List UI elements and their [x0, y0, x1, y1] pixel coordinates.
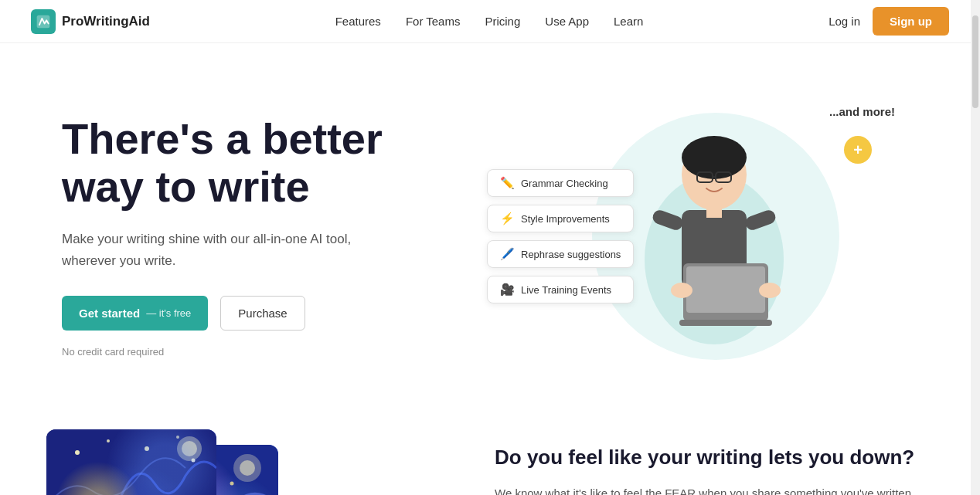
- nav-learn[interactable]: Learn: [614, 15, 643, 28]
- logo-text: ProWritingAid: [62, 14, 150, 29]
- section2-title: Do you feel like your writing lets you d…: [495, 445, 918, 471]
- svg-point-17: [75, 450, 80, 455]
- logo-link[interactable]: ProWritingAid: [31, 9, 150, 34]
- nav-actions: Log in Sign up: [829, 7, 949, 36]
- svg-point-21: [192, 459, 196, 463]
- pill-rephrase: 🖊️ Rephrase suggestions: [487, 240, 634, 268]
- purchase-button[interactable]: Purchase: [220, 296, 305, 331]
- image-cards: My idea in my head: [46, 429, 317, 495]
- svg-rect-12: [686, 266, 765, 313]
- rephrase-icon: 🖊️: [500, 247, 515, 261]
- svg-point-23: [182, 441, 197, 456]
- pill-grammar: ✏️ Grammar Checking: [487, 169, 634, 197]
- nav-pricing[interactable]: Pricing: [485, 15, 520, 28]
- and-more-text: ...and more!: [829, 105, 895, 118]
- logo-icon: [31, 9, 56, 34]
- section2-right: Do you feel like your writing lets you d…: [495, 429, 918, 495]
- signup-button[interactable]: Sign up: [873, 7, 949, 36]
- hero-person-illustration: [629, 120, 799, 352]
- image-card-1: [46, 429, 216, 495]
- feature-pills: ✏️ Grammar Checking ⚡ Style Improvements…: [487, 169, 634, 303]
- svg-rect-16: [46, 429, 216, 495]
- svg-point-28: [240, 460, 255, 476]
- hero-section: There's a better way to write Make your …: [0, 43, 980, 414]
- svg-point-31: [230, 482, 234, 486]
- no-credit-text: No credit card required: [62, 346, 464, 358]
- svg-rect-8: [706, 207, 722, 218]
- svg-point-19: [145, 446, 149, 451]
- section2: My idea in my head Do you feel like your…: [0, 414, 980, 495]
- navbar: ProWritingAid Features For Teams Pricing…: [0, 0, 980, 43]
- hero-title: There's a better way to write: [62, 115, 464, 210]
- svg-point-20: [176, 436, 179, 439]
- nav-features[interactable]: Features: [335, 15, 381, 28]
- nav-links: Features For Teams Pricing Use App Learn: [335, 15, 644, 29]
- scrollbar-thumb[interactable]: [972, 15, 978, 108]
- free-label: — it's free: [146, 307, 191, 319]
- nav-use-app[interactable]: Use App: [545, 15, 589, 28]
- get-started-button[interactable]: Get started — it's free: [62, 296, 208, 331]
- get-started-label: Get started: [79, 307, 140, 320]
- section2-images: My idea in my head: [46, 429, 448, 495]
- pill-style: ⚡ Style Improvements: [487, 205, 634, 232]
- svg-rect-13: [679, 320, 772, 326]
- pill-training: 🎥 Live Training Events: [487, 276, 634, 303]
- hero-buttons: Get started — it's free Purchase: [62, 296, 464, 331]
- hero-right: ✏️ Grammar Checking ⚡ Style Improvements…: [464, 90, 918, 383]
- hero-left: There's a better way to write Make your …: [62, 115, 464, 358]
- login-link[interactable]: Log in: [829, 15, 860, 28]
- nav-for-teams[interactable]: For Teams: [406, 15, 461, 28]
- svg-point-22: [177, 436, 202, 461]
- hero-subtitle: Make your writing shine with our all-in-…: [62, 229, 386, 270]
- svg-point-15: [759, 283, 781, 298]
- grammar-icon: ✏️: [500, 176, 515, 190]
- section2-text: We know what it's like to feel the FEAR …: [495, 483, 918, 495]
- training-icon: 🎥: [500, 283, 515, 297]
- style-icon: ⚡: [500, 212, 515, 225]
- page-scrollbar[interactable]: [971, 0, 980, 495]
- plus-badge: +: [844, 136, 872, 164]
- svg-point-14: [671, 283, 692, 298]
- svg-point-3: [682, 136, 747, 179]
- svg-point-27: [233, 454, 261, 482]
- svg-point-18: [107, 439, 110, 442]
